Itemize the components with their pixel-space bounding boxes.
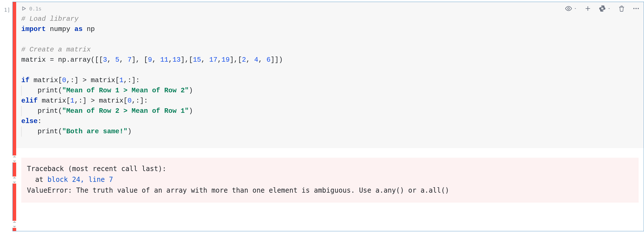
code-keyword: as <box>74 25 83 33</box>
cell-input-area[interactable]: 0.1s # Load library import numpy as np #… <box>16 2 644 148</box>
code-builtin: print <box>38 107 58 115</box>
code-text: matrix = np.array([[ <box>21 56 103 64</box>
code-text: ( <box>58 128 62 135</box>
code-keyword: if <box>21 76 30 84</box>
cell-toolbar <box>565 5 640 12</box>
code-text <box>21 107 38 115</box>
code-editor[interactable]: # Load library import numpy as np # Crea… <box>21 14 639 137</box>
code-text: , <box>107 56 115 64</box>
code-text: ) <box>127 128 131 135</box>
code-string: "Both are same!" <box>62 128 127 135</box>
code-text: ,:]: <box>132 97 148 105</box>
chevron-down-icon <box>574 7 577 10</box>
code-text: : <box>38 117 42 125</box>
code-text: ]]) <box>271 56 283 64</box>
cell-error-output: Traceback (most recent call last): at bl… <box>21 158 639 203</box>
fold-handle-icon[interactable] <box>12 176 17 184</box>
code-number: 5 <box>115 56 119 64</box>
code-number: 17 <box>209 56 218 64</box>
run-row: 0.1s <box>21 5 639 12</box>
svg-point-3 <box>637 8 639 9</box>
svg-point-2 <box>635 8 637 9</box>
code-text <box>21 128 38 135</box>
fold-handle-icon[interactable] <box>12 221 17 228</box>
more-actions-button[interactable] <box>632 5 640 12</box>
code-cell[interactable]: 0.1s # Load library import numpy as np #… <box>12 2 644 231</box>
code-text: ) <box>189 87 193 94</box>
code-number: 2 <box>242 56 246 64</box>
code-number: 1 <box>119 76 123 84</box>
code-text <box>21 87 38 94</box>
chevron-down-icon <box>607 7 611 10</box>
code-number: 6 <box>266 56 270 64</box>
code-text: , <box>201 56 209 64</box>
code-number: 0 <box>62 76 66 84</box>
trash-icon <box>618 5 625 12</box>
code-comment: # Create a matrix <box>21 46 91 53</box>
code-keyword: import <box>21 25 46 33</box>
cell-body: 0.1s # Load library import numpy as np #… <box>16 2 644 231</box>
code-text: matrix[ <box>30 76 62 84</box>
code-text: ,:] > matrix[ <box>66 76 119 84</box>
code-text: , <box>169 56 172 64</box>
svg-point-1 <box>633 8 634 9</box>
code-number: 0 <box>127 97 131 105</box>
code-number: 13 <box>172 56 181 64</box>
code-text: , <box>246 56 254 64</box>
code-number: 15 <box>193 56 201 64</box>
notebook-cell-region: 1] <box>0 0 644 233</box>
code-text: ,:] > matrix[ <box>74 97 127 105</box>
code-number: 9 <box>148 56 152 64</box>
code-keyword: else <box>21 117 38 125</box>
code-text: ], [ <box>132 56 148 64</box>
code-number: 7 <box>127 56 131 64</box>
code-builtin: print <box>38 87 58 94</box>
svg-point-0 <box>568 8 570 10</box>
code-text: np <box>83 25 95 33</box>
traceback-error-message: : The truth value of an array with more … <box>68 186 449 194</box>
output-separator <box>16 148 644 158</box>
code-comment: # Load library <box>21 15 79 23</box>
plus-icon <box>584 5 591 12</box>
code-builtin: print <box>38 128 58 135</box>
code-string: "Mean of Row 2 > Mean of Row 1" <box>62 107 189 115</box>
code-text: numpy <box>46 25 74 33</box>
cell-prompt-label: 1] <box>0 7 10 13</box>
traceback-error-type: ValueError <box>27 186 68 194</box>
code-text: ,:]: <box>123 76 140 84</box>
eye-icon <box>565 5 572 12</box>
code-number: 11 <box>160 56 169 64</box>
fold-handle-icon[interactable] <box>12 155 17 163</box>
traceback-at: at <box>27 176 47 184</box>
cell-error-marker <box>13 2 16 231</box>
code-string: "Mean of Row 1 > Mean of Row 2" <box>62 87 189 94</box>
code-text: matrix[ <box>38 97 70 105</box>
code-text: , <box>258 56 266 64</box>
more-icon <box>632 5 640 12</box>
kernel-button[interactable] <box>599 5 611 12</box>
code-text: ( <box>58 87 62 94</box>
traceback-location-link[interactable]: block 24, line 7 <box>47 176 113 184</box>
code-number: 3 <box>103 56 107 64</box>
code-keyword: elif <box>21 97 38 105</box>
code-text: ],[ <box>181 56 193 64</box>
code-number: 1 <box>70 97 74 105</box>
code-text: ( <box>58 107 62 115</box>
code-text: ],[ <box>230 56 242 64</box>
code-text: , <box>152 56 160 64</box>
code-text: , <box>217 56 221 64</box>
delete-cell-button[interactable] <box>618 5 625 12</box>
traceback-header: Traceback (most recent call last): <box>27 165 166 173</box>
code-text: ) <box>189 107 193 115</box>
code-text: , <box>119 56 128 64</box>
run-cell-button[interactable] <box>21 6 26 11</box>
python-icon <box>599 5 606 12</box>
visibility-button[interactable] <box>565 5 577 12</box>
exec-time-label: 0.1s <box>29 6 41 12</box>
code-number: 19 <box>222 56 230 64</box>
add-cell-button[interactable] <box>584 5 591 12</box>
code-number: 4 <box>254 56 258 64</box>
